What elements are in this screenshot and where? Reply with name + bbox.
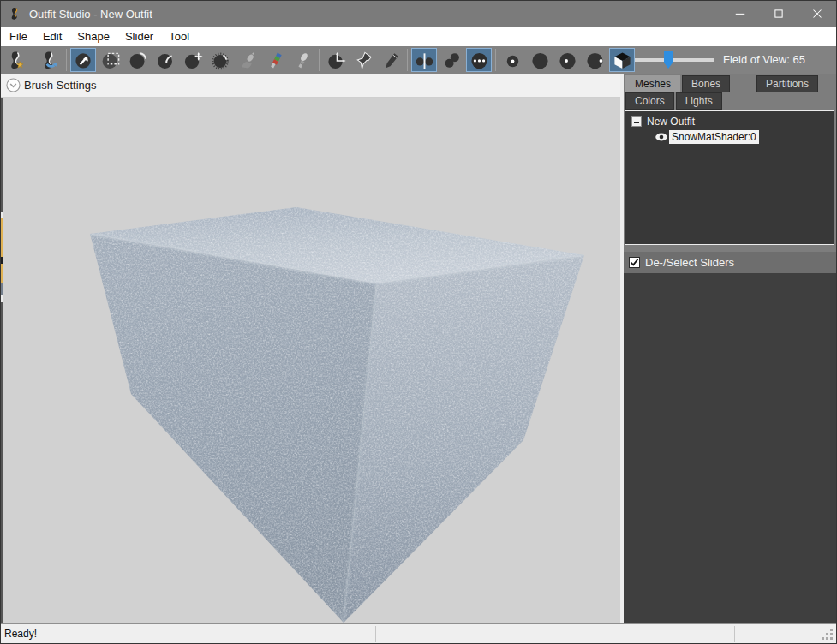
menu-file[interactable]: File	[2, 27, 35, 46]
brush-size-large-icon	[530, 51, 550, 70]
tab-row-1: MeshesBonesPartitions	[625, 75, 834, 92]
right-sidebar: MeshesBonesPartitions ColorsLights New O…	[624, 74, 836, 623]
status-bar: Ready!	[1, 623, 836, 643]
undiff-brush-button[interactable]	[235, 48, 260, 72]
mask-brush-icon	[101, 51, 121, 70]
move-brush-button[interactable]	[180, 48, 206, 72]
toolbar-separator	[319, 49, 320, 71]
tab-partitions[interactable]: Partitions	[756, 75, 818, 92]
brush-offset-right-icon	[585, 51, 605, 70]
toolbar-separator	[495, 49, 496, 71]
load-project-icon	[40, 51, 60, 70]
tab-lights[interactable]: Lights	[676, 92, 722, 110]
tree-root-label: New Outfit	[647, 116, 695, 128]
maximize-icon	[771, 6, 786, 21]
global-brush-collision-button[interactable]	[466, 48, 492, 72]
inflate-brush-button[interactable]	[125, 48, 151, 72]
status-message: Ready!	[4, 624, 37, 643]
cube-mesh[interactable]	[3, 98, 620, 623]
deselect-sliders-checkbox[interactable]	[629, 257, 640, 268]
tree-item[interactable]: SnowMatShader:0	[655, 129, 834, 145]
tab-row-2: ColorsLights	[625, 92, 722, 110]
pin-tool-icon	[354, 51, 374, 70]
deflate-brush-button[interactable]	[152, 48, 178, 72]
edit-connected-only-button[interactable]	[439, 48, 464, 72]
smooth-brush-button[interactable]	[207, 48, 233, 72]
new-project-icon	[7, 51, 27, 70]
minimize-button[interactable]	[720, 1, 759, 27]
global-brush-collision-icon	[469, 51, 489, 70]
shape-list: SnowMatShader:0	[625, 129, 834, 145]
menu-slider[interactable]: Slider	[117, 27, 161, 46]
brush-settings-header[interactable]: Brush Settings	[1, 74, 620, 98]
checkmark-icon	[630, 258, 639, 267]
viewport-3d[interactable]	[3, 98, 620, 623]
visibility-eye-icon[interactable]	[655, 130, 668, 144]
transform-tool-icon	[326, 51, 346, 70]
menu-tool[interactable]: Tool	[161, 27, 197, 46]
chevron-down-icon[interactable]	[6, 78, 21, 92]
new-project-button[interactable]	[3, 48, 29, 72]
window-title: Outfit Studio - New Outfit	[29, 8, 152, 21]
brush-size-small-icon	[503, 51, 523, 70]
color-brush-button[interactable]	[290, 48, 315, 72]
menu-bar: FileEditShapeSliderTool	[1, 27, 836, 46]
collapse-icon[interactable]	[631, 116, 642, 127]
color-brush-icon	[293, 51, 313, 70]
x-mirror-icon	[415, 51, 434, 70]
outfit-studio-window: Outfit Studio - New Outfit FileEditShape…	[0, 0, 837, 644]
menu-edit[interactable]: Edit	[35, 27, 69, 46]
minimize-icon	[732, 6, 748, 21]
vertex-edit-tool-icon	[381, 51, 401, 70]
title-bar[interactable]: Outfit Studio - New Outfit	[1, 1, 836, 27]
transform-tool-button[interactable]	[323, 48, 349, 72]
sliders-panel[interactable]	[624, 273, 836, 623]
tree-item-label[interactable]: SnowMatShader:0	[669, 130, 759, 144]
brush-size-large-button[interactable]	[527, 48, 553, 72]
maximize-button[interactable]	[759, 1, 798, 27]
deselect-sliders-label: De-/Select Sliders	[645, 256, 734, 269]
fov-slider[interactable]	[635, 51, 714, 69]
brush-offset-right-button[interactable]	[582, 48, 607, 72]
resize-grip[interactable]	[830, 637, 833, 640]
fov-area: Field of View: 65	[624, 46, 836, 74]
pin-tool-button[interactable]	[350, 48, 376, 72]
tab-meshes[interactable]: Meshes	[625, 75, 680, 92]
edit-connected-only-icon	[442, 51, 462, 70]
menu-shape[interactable]: Shape	[69, 27, 117, 46]
statusbar-divider	[734, 626, 735, 642]
deflate-brush-icon	[156, 51, 176, 70]
mask-brush-button[interactable]	[98, 48, 123, 72]
fov-slider-track[interactable]	[635, 58, 714, 62]
brush-offset-left-icon	[558, 51, 577, 70]
toolbar-separator	[66, 49, 67, 71]
fov-slider-thumb[interactable]	[664, 51, 673, 69]
move-brush-icon	[183, 51, 203, 70]
statusbar-divider	[375, 626, 376, 642]
vertex-edit-tool-button[interactable]	[378, 48, 404, 72]
mesh-tree-panel[interactable]: New Outfit SnowMatShader:0	[625, 110, 834, 245]
x-mirror-button[interactable]	[411, 48, 437, 72]
fov-label: Field of View: 65	[723, 46, 805, 74]
app-icon	[9, 7, 22, 21]
tree-root-row[interactable]: New Outfit	[631, 114, 834, 129]
weight-brush-button[interactable]	[262, 48, 288, 72]
select-tool-icon	[74, 51, 93, 70]
load-project-button[interactable]	[37, 48, 63, 72]
close-button[interactable]	[798, 1, 836, 27]
brush-offset-left-button[interactable]	[554, 48, 580, 72]
toolbar-separator	[33, 49, 33, 71]
tab-bones[interactable]: Bones	[682, 75, 730, 92]
toolbar-separator	[407, 49, 408, 71]
weight-brush-icon	[266, 51, 285, 70]
close-icon	[810, 6, 825, 21]
smooth-brush-icon	[211, 51, 230, 70]
inflate-brush-icon	[129, 51, 148, 70]
brush-size-small-button[interactable]	[499, 48, 525, 72]
brush-settings-label: Brush Settings	[24, 79, 97, 92]
select-tool-button[interactable]	[70, 48, 96, 72]
sliders-header-bar: De-/Select Sliders	[624, 252, 836, 273]
tab-colors[interactable]: Colors	[625, 92, 674, 110]
undiff-brush-icon	[238, 51, 258, 70]
